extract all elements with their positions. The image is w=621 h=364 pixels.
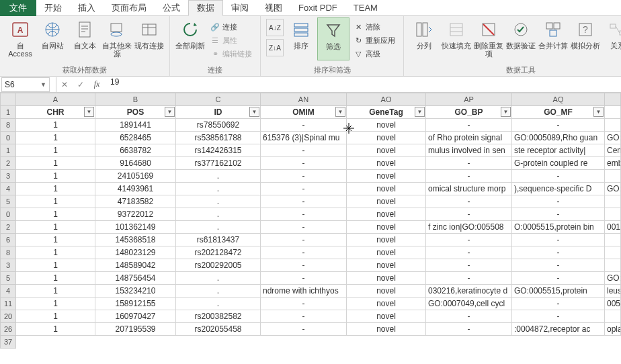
row-header[interactable]: 26 [0, 323, 16, 336]
cell-chr[interactable]: 1 [16, 234, 95, 246]
cell-genetag[interactable]: novel [347, 298, 426, 310]
cell-gobp[interactable]: - [426, 170, 512, 183]
cell-gomf[interactable]: - [512, 259, 605, 272]
advanced-filter-item[interactable]: ▽高级 [351, 47, 398, 60]
refresh-all-button[interactable]: 全部刷新 [174, 17, 206, 60]
cell-genetag[interactable]: novel [347, 208, 426, 221]
cell-id[interactable]: rs538561788 [176, 132, 261, 144]
edit-links-item[interactable]: ⚭编辑链接 [208, 47, 255, 60]
row-header[interactable]: 8 [0, 119, 16, 132]
cell-next[interactable] [605, 246, 621, 259]
relationships-button[interactable]: 关系 [602, 17, 621, 60]
cell-pos[interactable]: 6638782 [95, 144, 176, 157]
col-header-next[interactable] [605, 93, 621, 106]
from-access-button[interactable]: A 自 Access [4, 17, 36, 60]
cell-chr[interactable]: 1 [16, 323, 95, 336]
cell-next[interactable] [605, 259, 621, 272]
row-header[interactable]: 4 [0, 183, 16, 195]
flash-fill-button[interactable]: 快速填充 [440, 17, 472, 60]
cell-next[interactable]: leus|GO [605, 285, 621, 298]
row-header[interactable]: 6 [0, 234, 16, 246]
cell-pos[interactable]: 47183582 [95, 195, 176, 208]
cell-genetag[interactable]: novel [347, 195, 426, 208]
cell-chr[interactable]: 1 [16, 246, 95, 259]
cell-id[interactable]: . [176, 170, 261, 183]
cell-gobp[interactable]: - [426, 119, 512, 132]
cell-gomf[interactable]: ),sequence-specific D [512, 183, 605, 195]
cell-pos[interactable]: 6528465 [95, 132, 176, 144]
filter-dropdown-icon[interactable]: ▼ [593, 107, 604, 117]
cell-chr[interactable]: 1 [16, 119, 95, 132]
formula-input[interactable]: 19 [105, 77, 621, 92]
cell-id[interactable]: rs200292005 [176, 259, 261, 272]
cell-gobp[interactable]: - [426, 310, 512, 323]
cell-omim[interactable]: - [261, 157, 347, 170]
cell-gobp[interactable]: of Rho protein signal [426, 132, 512, 144]
cell-omim[interactable]: - [261, 119, 347, 132]
table-header-POS[interactable]: POS▼ [95, 106, 176, 119]
table-header-CHR[interactable]: CHR▼ [16, 106, 95, 119]
cell-gomf[interactable]: O:0005515,protein bin [512, 221, 605, 234]
table-header-OMIM[interactable]: OMIM▼ [261, 106, 347, 119]
cell-id[interactable]: . [176, 272, 261, 285]
cell-chr[interactable]: 1 [16, 132, 95, 144]
file-tab[interactable]: 文件 [0, 0, 36, 16]
cell-pos[interactable]: 148756454 [95, 272, 176, 285]
tab-data[interactable]: 数据 [188, 0, 223, 16]
cell-omim[interactable]: - [261, 221, 347, 234]
connections-item[interactable]: 🔗连接 [208, 20, 255, 34]
cell-id[interactable]: . [176, 195, 261, 208]
cell-id[interactable]: rs200382582 [176, 310, 261, 323]
cell-omim[interactable]: - [261, 323, 347, 336]
cell-omim[interactable]: - [261, 259, 347, 272]
cell-omim[interactable]: 615376 (3)|Spinal mu [261, 132, 347, 144]
cell-next[interactable]: 005654 [605, 298, 621, 310]
cell-omim[interactable]: - [261, 298, 347, 310]
cell-next[interactable]: 001602 [605, 221, 621, 234]
cell-omim[interactable]: - [261, 246, 347, 259]
cell-id[interactable]: . [176, 183, 261, 195]
cell-genetag[interactable]: novel [347, 157, 426, 170]
cell-pos[interactable]: 9164680 [95, 157, 176, 170]
cell-gobp[interactable]: - [426, 157, 512, 170]
cell-gobp[interactable]: - [426, 323, 512, 336]
table-header-GO_BP[interactable]: GO_BP▼ [426, 106, 512, 119]
tab-insert[interactable]: 插入 [70, 0, 104, 16]
row-header[interactable]: 4 [0, 285, 16, 298]
cell-omim[interactable]: - [261, 310, 347, 323]
cell-next[interactable] [605, 234, 621, 246]
cell-gomf[interactable]: - [512, 119, 605, 132]
cell-next[interactable] [605, 170, 621, 183]
filter-dropdown-icon[interactable]: ▼ [165, 107, 175, 117]
cell-omim[interactable]: - [261, 272, 347, 285]
filter-dropdown-icon[interactable]: ▼ [335, 107, 345, 117]
cell-gobp[interactable]: GO:0007049,cell cycl [426, 298, 512, 310]
cell-chr[interactable]: 1 [16, 195, 95, 208]
cell-pos[interactable]: 24105169 [95, 170, 176, 183]
row-header[interactable]: 0 [0, 208, 16, 221]
cell-id[interactable]: rs377162102 [176, 157, 261, 170]
cell-gomf[interactable]: - [512, 298, 605, 310]
filter-button[interactable]: 筛选 [317, 17, 349, 60]
cell-gomf[interactable]: G-protein coupled re [512, 157, 605, 170]
row-header[interactable]: 5 [0, 195, 16, 208]
from-web-button[interactable]: 自网站 [36, 17, 69, 60]
cell-gobp[interactable]: - [426, 246, 512, 259]
tab-review[interactable]: 审阅 [223, 0, 257, 16]
cell-gobp[interactable]: - [426, 272, 512, 285]
cell-genetag[interactable]: novel [347, 272, 426, 285]
row-header[interactable]: 11 [0, 298, 16, 310]
cell-gomf[interactable]: - [512, 208, 605, 221]
cell-genetag[interactable]: novel [347, 259, 426, 272]
cell-pos[interactable]: 158912155 [95, 298, 176, 310]
cell-genetag[interactable]: novel [347, 144, 426, 157]
cell-next[interactable]: GO: [605, 132, 621, 144]
cell-gomf[interactable]: GO:0005089,Rho guan [512, 132, 605, 144]
filter-dropdown-icon[interactable]: ▼ [249, 107, 259, 117]
cell-pos[interactable]: 148023129 [95, 246, 176, 259]
col-header-B[interactable]: B [95, 93, 176, 106]
cell-chr[interactable]: 1 [16, 208, 95, 221]
from-other-button[interactable]: 自其他来源 [101, 17, 133, 60]
row-header[interactable]: 1 [0, 106, 16, 119]
cell-genetag[interactable]: novel [347, 323, 426, 336]
